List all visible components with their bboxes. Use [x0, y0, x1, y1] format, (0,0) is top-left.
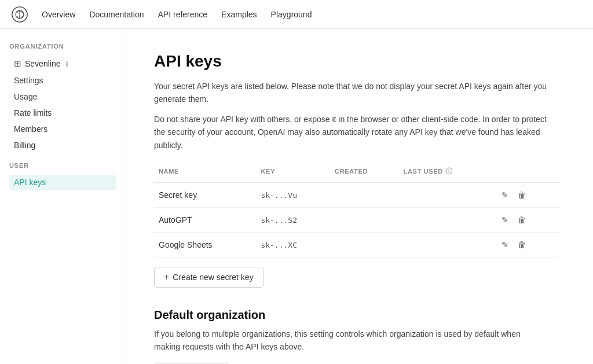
col-header-actions: [493, 163, 559, 183]
col-header-key: KEY: [256, 163, 330, 183]
usage-label: Usage: [14, 92, 37, 101]
edit-key-button[interactable]: ✎: [498, 238, 512, 251]
table-row: Google Sheets sk-...XC ✎ 🗑: [154, 232, 559, 257]
org-info-icon[interactable]: ℹ: [65, 60, 68, 68]
key-last-used-cell: [399, 182, 494, 207]
key-last-used-cell: [399, 207, 494, 232]
top-navigation: Overview Documentation API reference Exa…: [0, 0, 593, 29]
rate-limits-label: Rate limits: [14, 108, 52, 117]
delete-key-button[interactable]: 🗑: [514, 214, 529, 226]
key-created-cell: [330, 207, 399, 232]
nav-examples[interactable]: Examples: [221, 8, 257, 21]
page-title: API keys: [154, 52, 565, 71]
create-btn-label: Create new secret key: [173, 273, 253, 282]
key-name-cell: Google Sheets: [154, 232, 256, 257]
sidebar-item-api-keys[interactable]: API keys: [9, 175, 116, 190]
table-row: AutoGPT sk-...S2 ✎ 🗑: [154, 207, 559, 232]
edit-key-button[interactable]: ✎: [498, 189, 512, 201]
api-keys-label: API keys: [14, 178, 46, 187]
api-keys-table: NAME KEY CREATED LAST USED ⓘ Secret key …: [154, 163, 559, 258]
plus-icon: +: [164, 272, 169, 282]
sidebar-item-usage[interactable]: Usage: [9, 89, 116, 104]
col-header-last-used: LAST USED ⓘ: [399, 163, 494, 183]
description-1: Your secret API keys are listed below. P…: [154, 80, 548, 106]
sidebar-item-rate-limits[interactable]: Rate limits: [9, 105, 116, 120]
org-building-icon: ⊞: [14, 58, 21, 69]
nav-overview[interactable]: Overview: [42, 8, 75, 21]
org-section-label: ORGANIZATION: [9, 43, 116, 50]
sidebar: ORGANIZATION ⊞ Sevenline ℹ Settings Usag…: [0, 29, 126, 364]
main-content: API keys Your secret API keys are listed…: [126, 29, 593, 364]
col-header-created: CREATED: [330, 163, 399, 183]
key-actions-cell: ✎ 🗑: [493, 207, 559, 232]
sidebar-item-settings[interactable]: Settings: [9, 73, 116, 88]
key-name-cell: AutoGPT: [154, 207, 256, 232]
key-value-cell: sk-...S2: [256, 207, 330, 232]
org-name: Sevenline: [25, 59, 61, 68]
delete-key-button[interactable]: 🗑: [514, 189, 529, 201]
nav-documentation[interactable]: Documentation: [89, 8, 144, 21]
table-row: Secret key sk-...Vu ✎ 🗑: [154, 182, 559, 207]
sidebar-item-members[interactable]: Members: [9, 122, 116, 137]
last-used-info-icon[interactable]: ⓘ: [445, 167, 453, 177]
user-section-label: USER: [9, 162, 116, 169]
sidebar-item-billing[interactable]: Billing: [9, 138, 116, 153]
settings-label: Settings: [14, 76, 43, 85]
openai-logo-icon: [12, 6, 28, 23]
key-actions-cell: ✎ 🗑: [493, 232, 559, 257]
edit-key-button[interactable]: ✎: [498, 214, 512, 226]
default-org-desc: If you belong to multiple organizations,…: [154, 328, 525, 354]
description-2: Do not share your API key with others, o…: [154, 113, 548, 152]
key-last-used-cell: [399, 232, 494, 257]
key-created-cell: [330, 182, 399, 207]
delete-key-button[interactable]: 🗑: [514, 238, 529, 251]
nav-playground[interactable]: Playground: [271, 8, 312, 21]
col-header-name: NAME: [154, 163, 256, 183]
key-value-cell: sk-...XC: [256, 232, 330, 257]
default-org-title: Default organization: [154, 308, 565, 322]
key-value-cell: sk-...Vu: [256, 182, 330, 207]
key-created-cell: [330, 232, 399, 257]
org-row: ⊞ Sevenline ℹ: [9, 56, 116, 72]
members-label: Members: [14, 124, 47, 134]
key-name-cell: Secret key: [154, 182, 256, 207]
create-secret-key-button[interactable]: + Create new secret key: [154, 267, 263, 288]
billing-label: Billing: [14, 141, 35, 150]
key-actions-cell: ✎ 🗑: [493, 182, 559, 207]
nav-api-reference[interactable]: API reference: [158, 8, 208, 21]
page-layout: ORGANIZATION ⊞ Sevenline ℹ Settings Usag…: [0, 29, 593, 364]
